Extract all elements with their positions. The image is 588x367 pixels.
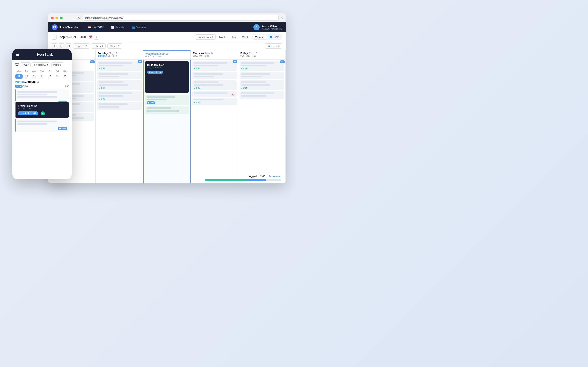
day-name-thu: Thursday, May 14 [193, 52, 236, 55]
calendar-header-row: Monday, May 11 Tuesday, May 12 8:16 / 8:… [48, 50, 286, 59]
mobile-event-line-1 [17, 91, 57, 93]
labels-filter-button[interactable]: Labels ▾ [91, 43, 105, 49]
calendar-toolbar: ‹ Sep 28 – Oct 5, 2020 📅 › Preferences ▾… [48, 32, 286, 42]
day-16[interactable]: 16 [53, 74, 61, 79]
thu-time-3: ● 3:30 [194, 87, 200, 89]
team-toggle-button[interactable]: 👥 Team [267, 35, 281, 39]
preferences-button[interactable]: Preferences ▾ [195, 34, 216, 40]
browser-close-icon[interactable]: ✕ [280, 16, 283, 20]
day-14[interactable]: 14 [38, 74, 46, 79]
search-bar[interactable]: 🔍 Search [265, 43, 282, 49]
cal-col-wednesday: Build test plan 9:00 – 10:30am ⏸ 0:57 / … [143, 59, 191, 184]
view-buttons: Preferences ▾ Month Day Week Member 👥 Te… [195, 34, 282, 40]
close-btn[interactable] [51, 17, 53, 19]
hamburger-icon[interactable]: ☰ [16, 52, 19, 57]
browser-bar: ← → ↻ https://app.hourstack.com/calendar… [48, 13, 286, 22]
nav-tab-manage[interactable]: 👥 Manage [128, 24, 149, 30]
tue-event-4[interactable]: ● 1:20 [97, 91, 142, 101]
url-bar[interactable]: https://app.hourstack.com/calendar [83, 15, 278, 21]
clients-chevron-icon: ▾ [118, 44, 120, 47]
labels-chevron-icon: ▾ [102, 44, 103, 47]
member-toggle-button[interactable]: Member [253, 35, 267, 39]
day-name-tue: Tuesday, May 12 [98, 52, 141, 55]
mobile-project-event[interactable]: Project planning 10:00–11:00am ⏸ 00:14 /… [15, 102, 69, 118]
back-arrow[interactable]: ← [64, 16, 69, 20]
mobile-preferences-button[interactable]: Preferences ▾ [32, 62, 50, 67]
progress-area: Logged 2:00 Scheduled [205, 175, 281, 181]
day-11[interactable]: 11 [15, 74, 23, 79]
tue-event-3[interactable]: ● 3:17 [97, 80, 142, 90]
thu-event-1[interactable]: ● 0:45 [192, 61, 237, 71]
pause-icon: ⏸ [149, 71, 151, 73]
month-view-button[interactable]: Month [217, 35, 228, 39]
pause-icon-mobile: ⏸ [20, 112, 22, 115]
day-name-fri: Friday, May 15 [241, 52, 283, 55]
day-13[interactable]: 13 [30, 74, 38, 79]
event-timer-badge: ⏸ 0:57 / 1:30 [147, 71, 163, 74]
add-event-button[interactable]: + [52, 43, 57, 49]
tue-event-1[interactable]: ● 0:43 [97, 61, 142, 71]
thursday-badge: 31 [233, 60, 237, 63]
thu-event-2[interactable] [192, 72, 237, 79]
day-header-wed: Wednesday, May 13 0:00 / 6:30 8:00 [143, 50, 191, 59]
wed-event-2[interactable]: ▶ 1:00 [145, 95, 189, 105]
fri-event-3[interactable]: ● 2:00 [240, 80, 284, 90]
clients-filter-button[interactable]: Clients ▾ [107, 43, 122, 49]
app-header: RT Rush Translate 📅 Calendar 📊 Reports 👥… [48, 22, 286, 32]
wd-mon: Mon [15, 69, 23, 73]
week-view-button[interactable]: Week [240, 35, 251, 39]
nav-tabs: 📅 Calendar 📊 Reports 👥 Manage [85, 24, 253, 30]
nav-tab-reports[interactable]: 📊 Reports [107, 24, 128, 30]
tue-event-5[interactable] [97, 102, 142, 110]
mobile-project-time: 10:00–11:00am [18, 107, 67, 109]
mobile-event-1[interactable]: ● 1:43 [15, 89, 69, 101]
day-header-fri: Friday, May 15 0:00 / 7:15 8:00 [238, 50, 286, 59]
thu-event-5[interactable]: ● 1:00 [192, 98, 237, 105]
tue-event-2[interactable] [97, 72, 142, 79]
mobile-time-row: 1:43 / 7:00 8:00 [15, 85, 69, 88]
day-time-fri: 0:00 / 7:15 8:00 [241, 55, 283, 57]
mobile-today-button[interactable]: Today [20, 62, 31, 67]
grid-button[interactable]: ⊞ [66, 43, 71, 49]
day-17[interactable]: 17 [61, 74, 69, 79]
clock-button[interactable]: 🕐 [59, 43, 64, 49]
fri-event-2[interactable] [240, 72, 284, 79]
mobile-member-button[interactable]: Member [51, 62, 64, 67]
refresh-arrow[interactable]: ↻ [77, 16, 81, 20]
thu-event-4[interactable]: ⚙ [192, 91, 237, 97]
prev-period-button[interactable]: ‹ [52, 35, 57, 40]
min-btn[interactable] [55, 17, 58, 19]
day-12[interactable]: 12 [23, 74, 30, 79]
wd-wed: Wed [30, 69, 38, 73]
mobile-event-line-2 [17, 93, 47, 95]
mobile-project-title: Project planning [18, 105, 67, 107]
action-bar: + 🕐 ⊞ Projects ▾ Labels ▾ Clients ▾ 🔍 Se… [48, 42, 286, 50]
day-15[interactable]: 15 [46, 74, 53, 79]
thu-time-5: ● 1:00 [194, 101, 200, 104]
user-info: A Amelia Wilson Manager • Marketing [253, 24, 282, 30]
mobile-check-button[interactable]: ✓ [41, 111, 45, 116]
day-view-button[interactable]: Day [230, 35, 239, 39]
day-header-thu: Thursday, May 14 0:00 / 8:00 8:00 [191, 50, 238, 59]
max-btn[interactable] [60, 17, 62, 19]
mobile-event-line-3 [17, 96, 57, 98]
app-logo: RT Rush Translate [52, 24, 80, 30]
calendar-icon-small[interactable]: 📅 [89, 35, 93, 39]
wed-event-3[interactable] [145, 106, 189, 114]
mobile-card: ☰ HourStack 📅 Today Preferences ▾ Member… [12, 49, 72, 179]
day-name-wed: Wednesday, May 13 [146, 52, 188, 55]
event-time-label: 9:00 – 10:30am [147, 67, 187, 69]
fri-event-4[interactable] [240, 91, 284, 99]
thu-event-3[interactable]: ● 3:30 [192, 80, 237, 90]
projects-filter-button[interactable]: Projects ▾ [73, 43, 89, 49]
fri-time-1: ● 0:45 [241, 67, 248, 70]
forward-arrow[interactable]: → [71, 16, 75, 20]
next-period-button[interactable]: › [94, 35, 99, 40]
build-test-plan-event[interactable]: Build test plan 9:00 – 10:30am ⏸ 0:57 / … [145, 61, 189, 93]
mobile-event-3[interactable]: ▶ 1:00 [15, 119, 69, 132]
tuesday-badge: 31 [138, 60, 142, 63]
friday-badge: 31 [280, 60, 285, 63]
nav-tab-calendar[interactable]: 📅 Calendar [85, 24, 106, 30]
fri-event-1[interactable]: ● 0:45 [240, 61, 284, 71]
logged-label: Logged [248, 175, 257, 178]
